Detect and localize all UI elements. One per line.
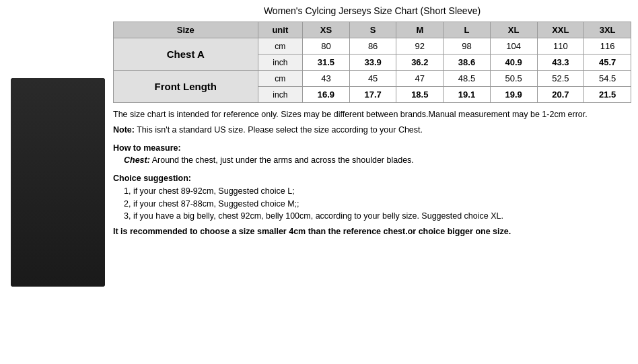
chest-a-inch-xl: 40.9 [490, 54, 537, 71]
front-length-inch-m: 18.5 [396, 87, 444, 103]
right-content: Women's Cylcing Jerseys Size Chart (Shor… [113, 5, 631, 359]
chest-text: Around the chest, just under the arms an… [150, 155, 414, 165]
table-row: Front Length cm 43 45 47 48.5 50.5 52.5 … [114, 71, 631, 87]
choice-2: 2, if your chest 87-88cm, Suggested choi… [124, 198, 631, 211]
col-3xl: 3XL [584, 22, 631, 38]
svg-point-1 [43, 84, 73, 119]
front-length-cm-xxl: 52.5 [537, 71, 584, 87]
col-s: S [349, 22, 396, 38]
front-length-inch-xl: 19.9 [490, 87, 537, 103]
svg-text:→: → [27, 166, 34, 173]
svg-text:→: → [27, 139, 34, 146]
unit-inch-length: inch [258, 87, 302, 103]
col-m: M [396, 22, 444, 38]
svg-rect-2 [53, 115, 63, 125]
front-length-cm-l: 48.5 [444, 71, 491, 87]
chest-a-cm-xxl: 110 [537, 38, 584, 54]
chest-measure: Chest: Around the chest, just under the … [124, 154, 631, 167]
front-length-cm-m: 47 [396, 71, 444, 87]
note-section: Note: This isn't a standard US size. Ple… [113, 124, 631, 137]
table-header-row: Size unit XS S M L XL XXL 3XL [114, 22, 631, 38]
chest-a-inch-xxl: 43.3 [537, 54, 584, 71]
choice-section: Choice suggestion: 1, if your chest 89-9… [113, 170, 631, 223]
front-length-inch-l: 19.1 [444, 87, 491, 103]
chest-a-cm-l: 98 [444, 38, 491, 54]
chest-a-cm-xs: 80 [303, 38, 350, 54]
front-length-inch-xxl: 20.7 [537, 87, 584, 103]
model-image-container: A B C → → → [7, 5, 109, 359]
unit-inch-chest: inch [258, 54, 302, 71]
svg-rect-0 [11, 78, 105, 287]
chest-a-inch-l: 38.6 [444, 54, 491, 71]
choice-3: 3, if you have a big belly, chest 92cm, … [124, 210, 631, 223]
front-length-cm-xl: 50.5 [490, 71, 537, 87]
svg-text:A: A [19, 136, 26, 147]
chest-a-label: Chest A [114, 38, 258, 71]
front-length-inch-xs: 16.9 [303, 87, 350, 103]
col-size: Size [114, 22, 258, 38]
how-to-measure-title: How to measure: [113, 142, 631, 155]
svg-text:C: C [19, 181, 26, 192]
col-l: L [444, 22, 491, 38]
front-length-cm-xs: 43 [303, 71, 350, 87]
col-unit: unit [258, 22, 302, 38]
front-length-cm-s: 45 [349, 71, 396, 87]
table-row: Chest A cm 80 86 92 98 104 110 116 [114, 38, 631, 54]
note-text: This isn't a standard US size. Please se… [135, 125, 423, 135]
chest-a-cm-3xl: 116 [584, 38, 631, 54]
front-length-inch-3xl: 21.5 [584, 87, 631, 103]
front-length-inch-s: 17.7 [349, 87, 396, 103]
chest-a-cm-s: 86 [349, 38, 396, 54]
chest-a-inch-xs: 31.5 [303, 54, 350, 71]
note-label: Note: [113, 125, 135, 135]
choice-title: Choice suggestion: [113, 172, 631, 185]
chest-a-inch-m: 36.2 [396, 54, 444, 71]
unit-cm-chest: cm [258, 38, 302, 54]
svg-text:→: → [27, 184, 34, 191]
front-length-cm-3xl: 54.5 [584, 71, 631, 87]
front-length-label: Front Length [114, 71, 258, 103]
col-xxl: XXL [537, 22, 584, 38]
chest-a-inch-3xl: 45.7 [584, 54, 631, 71]
model-figure: A B C → → → [11, 78, 105, 287]
col-xl: XL [490, 22, 537, 38]
final-note: It is recommended to choose a size small… [113, 225, 631, 238]
chest-a-cm-m: 92 [396, 38, 444, 54]
size-chart-table: Size unit XS S M L XL XXL 3XL Chest A cm… [113, 22, 631, 103]
reference-note: The size chart is intended for reference… [113, 108, 631, 121]
chest-label: Chest: [124, 155, 150, 165]
svg-text:B: B [19, 163, 26, 174]
col-xs: XS [303, 22, 350, 38]
choice-1: 1, if your chest 89-92cm, Suggested choi… [124, 185, 631, 198]
reference-text: The size chart is intended for reference… [113, 110, 588, 119]
chest-a-inch-s: 33.9 [349, 54, 396, 71]
chart-title: Women's Cylcing Jerseys Size Chart (Shor… [113, 5, 631, 16]
how-to-measure-section: How to measure: Chest: Around the chest,… [113, 139, 631, 168]
unit-cm-length: cm [258, 71, 302, 87]
chest-a-cm-xl: 104 [490, 38, 537, 54]
